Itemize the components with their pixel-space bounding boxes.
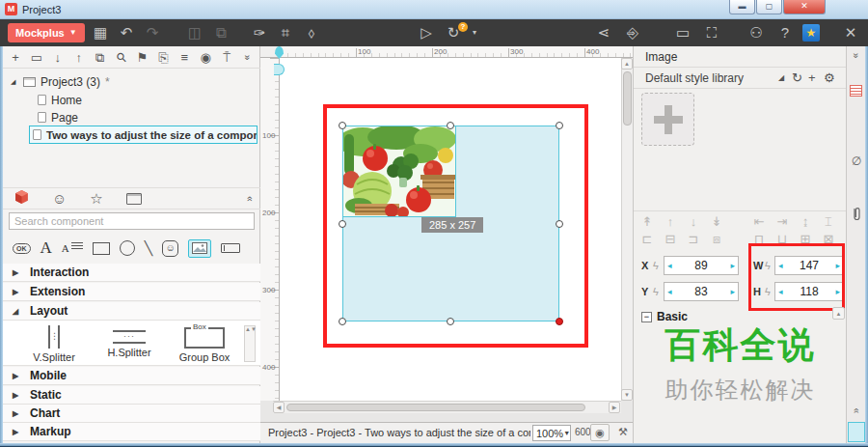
properties-tab-icon[interactable] [850,85,862,97]
minimize-button[interactable]: ▬ [729,0,755,14]
text-component-icon[interactable]: A [41,239,52,257]
expand-bottom-icon[interactable]: » [847,405,866,416]
frame-icon[interactable]: ▭ [671,19,694,46]
align-center-icon[interactable]: ⊟ [661,232,680,246]
move-forward-icon[interactable]: ↑ [661,214,680,229]
scroll-up-icon[interactable]: ▲ [621,58,633,70]
vegetables-image[interactable] [343,126,455,216]
refresh-icon[interactable]: ↻ [792,68,802,89]
section-interaction[interactable]: ▶Interaction [3,264,260,282]
gear-icon[interactable]: ⚙ [824,68,835,89]
collapse-panel-icon[interactable]: » [247,189,253,209]
preview-eye-icon[interactable]: ◉ [590,424,610,441]
group-icon[interactable]: ◫ [183,19,206,46]
vscroll-thumb[interactable] [623,71,632,126]
hscroll-thumb[interactable] [286,404,585,411]
component-groupbox[interactable]: Box Group Box [167,325,242,363]
vertical-scrollbar[interactable]: ▲ ▼ [621,58,633,401]
y-bolt-icon[interactable]: ϟ [653,286,659,297]
tree-root-row[interactable]: ◢ Project3 (3) * [3,73,260,90]
undo-icon[interactable]: ↶ [115,19,138,46]
active-bottom-tab[interactable] [848,422,865,442]
horizontal-scrollbar[interactable]: ◀ ▶ [273,401,621,413]
attachment-tab-icon[interactable] [847,207,866,225]
section-mobile[interactable]: ▶Mobile [3,367,260,385]
align-edge-left-icon[interactable]: ⊏ [637,232,657,246]
outline-icon[interactable]: ≡ [174,46,195,69]
tree-item-selected[interactable]: Two ways to adjust the size of a compone… [29,126,258,144]
align-right-icon[interactable]: ⇥ [773,214,792,229]
ungroup-icon[interactable]: ⧉ [209,19,232,46]
section-layout[interactable]: ◢Layout [3,302,260,321]
scroll-left-icon[interactable]: ◀ [273,402,285,413]
align-left-icon[interactable]: ⇤ [749,214,769,229]
tab-my-widgets[interactable] [126,193,142,205]
component-vsplitter[interactable]: ⋮ V.Splitter [16,325,92,363]
close-button[interactable]: ✕ [783,0,826,14]
style-library-label[interactable]: Default style library [645,71,744,85]
share-icon[interactable]: ⋖ [592,19,615,46]
style-dropdown-icon[interactable]: ◢ [778,68,784,89]
settings-wrench-icon[interactable]: ⚒ [613,424,633,441]
scroll-right-icon[interactable]: ▶ [609,402,620,413]
add-style-box[interactable] [641,93,694,146]
export-icon[interactable]: ⎆ [621,19,644,46]
button-component-icon[interactable]: OK [13,243,31,254]
panel-scroll-up-icon[interactable]: ▲ [832,307,845,320]
resize-handle-ne[interactable] [556,122,563,129]
format-painter-icon[interactable]: ✑ [248,19,271,46]
x-bolt-icon[interactable]: ϟ [653,260,659,271]
tab-favorites[interactable]: ☆ [90,189,102,209]
send-back-icon[interactable]: ↡ [707,214,726,229]
paragraph-component-icon[interactable]: A [62,239,83,257]
y-field[interactable]: ◂83▸ [664,282,739,301]
search-input[interactable] [9,212,255,230]
resize-handle-nw[interactable] [339,122,346,129]
tab-components[interactable] [14,189,29,208]
resize-handle-e[interactable] [556,220,563,228]
scroll-down-icon[interactable]: ▼ [621,389,633,401]
fullscreen-icon[interactable]: ⛶ [700,19,723,46]
add-page-icon[interactable]: + [5,46,26,69]
decrement-icon[interactable]: ◂ [667,287,672,296]
align-edge-right-icon[interactable]: ⊐ [684,232,703,246]
same-size-icon[interactable]: ⧈ [707,232,726,247]
increment-icon[interactable]: ▸ [730,261,735,270]
sync-dropdown-icon[interactable]: ▾ [469,19,480,46]
section-static[interactable]: ▶Static [3,386,260,405]
icon-component-icon[interactable]: ☺ [162,240,178,257]
image-component-icon-selected[interactable] [188,239,211,258]
section-markup[interactable]: ▶Markup [3,423,260,441]
resize-handle-s[interactable] [447,318,454,325]
resize-handle-n[interactable] [447,122,454,129]
decrement-icon[interactable]: ◂ [667,261,672,270]
line-component-icon[interactable]: ╲ [145,240,152,256]
sync-icon[interactable]: ↻? [442,19,465,46]
grid-icon[interactable]: ⌗ [274,19,297,46]
tree-item-home[interactable]: Home [3,92,260,108]
save-icon[interactable]: ▦ [89,19,112,46]
favorite-app-icon[interactable]: ★ [802,24,820,42]
mockplus-menu-button[interactable]: Mockplus▼ [8,23,85,42]
toolbar-close-icon[interactable]: ✕ [839,19,862,46]
input-component-icon[interactable] [221,243,240,253]
component-hsplitter[interactable]: ··· H.Splitter [92,325,167,358]
move-backward-icon[interactable]: ↓ [684,214,703,229]
copy-page-icon[interactable]: ⎘ [152,46,174,69]
resize-handle-sw[interactable] [339,318,346,325]
circle-component-icon[interactable] [120,240,135,256]
resize-handle-w[interactable] [339,220,346,228]
layout-scrollbar[interactable]: ▲▼ [244,325,256,362]
collapse-toolbar-icon[interactable]: » [237,46,258,69]
trash-icon[interactable]: ⍑ [216,46,237,69]
collapse-minus-icon[interactable]: − [641,312,652,322]
maximize-button[interactable]: ▢ [756,0,782,14]
section-extension[interactable]: ▶Extension [3,283,260,301]
move-up-icon[interactable]: ↑ [68,46,90,69]
add-folder-icon[interactable]: ▭ [26,46,47,69]
expander-icon[interactable]: ◢ [11,78,18,86]
section-chart[interactable]: ▶Chart [3,405,260,423]
interaction-tab-icon[interactable]: ∅ [847,154,866,168]
bring-front-icon[interactable]: ↟ [637,214,657,229]
add-style-icon[interactable]: + [808,68,816,89]
